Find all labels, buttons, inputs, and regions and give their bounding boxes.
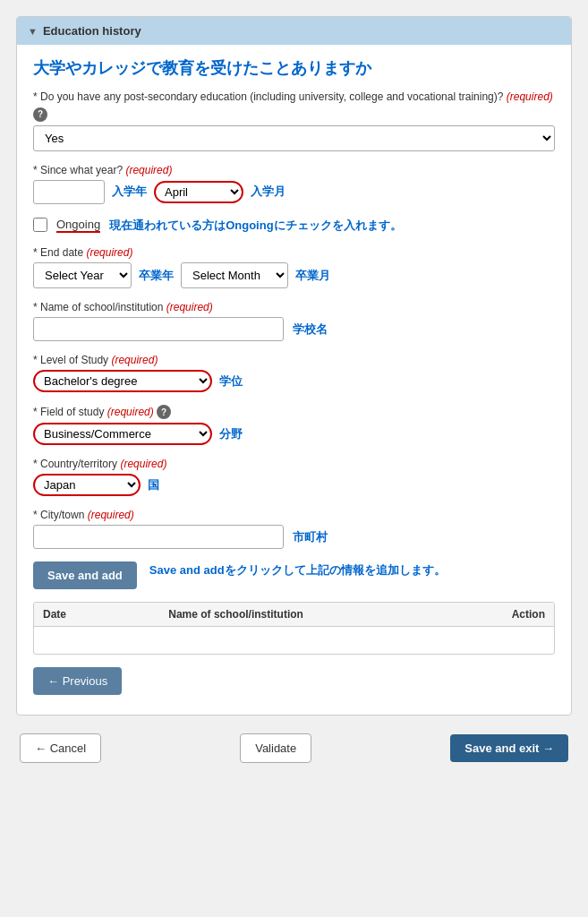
- education-table: Date Name of school/institution Action: [33, 602, 555, 655]
- since-year-label: * Since what year? (required): [33, 164, 555, 176]
- section-title: Education history: [43, 24, 141, 38]
- country-annotation: 国: [148, 476, 159, 494]
- bottom-bar: Cancel Validate Save and exit: [16, 726, 572, 770]
- country-row: Japan Canada United States Other 国: [33, 474, 555, 496]
- school-name-row: Tokyo University 学校名: [33, 317, 555, 341]
- ongoing-annotation: 現在通われている方はOngoingにチェックを入れます。: [109, 217, 401, 235]
- city-label: * City/town (required): [33, 509, 555, 521]
- level-of-study-required: (required): [111, 354, 158, 366]
- end-date-field: * End date (required) Select Year 卒業年 Se…: [33, 246, 555, 288]
- school-name-label: * Name of school/institution (required): [33, 301, 555, 313]
- level-of-study-label: * Level of Study (required): [33, 354, 555, 366]
- ongoing-row: Ongoing 現在通われている方はOngoingにチェックを入れます。: [33, 217, 555, 235]
- field-of-study-help-icon[interactable]: ?: [157, 405, 171, 419]
- previous-row: Previous: [33, 667, 555, 695]
- end-date-label: * End date (required): [33, 246, 555, 259]
- post-secondary-select[interactable]: Yes No: [33, 125, 555, 151]
- section-arrow: ▼: [28, 26, 38, 37]
- since-month-select[interactable]: April JanuaryFebruaryMarch MayJuneJulyAu…: [154, 181, 243, 203]
- since-year-required: (required): [125, 164, 172, 176]
- country-required: (required): [120, 458, 166, 470]
- post-secondary-label: * Do you have any post-secondary educati…: [33, 90, 555, 103]
- field-of-study-required: (required): [107, 406, 154, 418]
- section-header: ▼ Education history: [17, 17, 571, 45]
- ongoing-checkbox[interactable]: [33, 218, 47, 232]
- since-month-annotation: 入学月: [251, 183, 285, 201]
- save-add-row: Save and add Save and addをクリックして上記の情報を追加…: [33, 561, 555, 589]
- end-year-select[interactable]: Select Year: [33, 262, 132, 288]
- field-of-study-field: * Field of study (required) ? Business/C…: [33, 405, 555, 445]
- ongoing-field: Ongoing 現在通われている方はOngoingにチェックを入れます。: [33, 217, 555, 235]
- post-secondary-help-icon[interactable]: ?: [33, 107, 47, 122]
- level-of-study-select[interactable]: Bachelor's degree Master's degree Doctor…: [33, 370, 212, 392]
- level-of-study-field: * Level of Study (required) Bachelor's d…: [33, 354, 555, 392]
- field-of-study-select[interactable]: Business/Commerce Science Arts Engineeri…: [33, 423, 212, 445]
- since-year-annotation: 入学年: [112, 183, 147, 201]
- country-field: * Country/territory (required) Japan Can…: [33, 458, 555, 496]
- field-of-study-label: * Field of study (required) ?: [33, 405, 555, 419]
- school-name-required: (required): [166, 301, 213, 313]
- city-annotation: 市町村: [293, 528, 328, 546]
- end-month-select[interactable]: Select Month: [181, 262, 288, 288]
- table-col-date: Date: [43, 608, 168, 621]
- city-row: Tokyo 市町村: [33, 525, 555, 549]
- section-body: 大学やカレッジで教育を受けたことありますか * Do you have any …: [17, 45, 571, 715]
- japanese-heading: 大学やカレッジで教育を受けたことありますか: [33, 57, 555, 80]
- end-date-row: Select Year 卒業年 Select Month 卒業月: [33, 262, 555, 288]
- cancel-button[interactable]: Cancel: [20, 733, 101, 763]
- main-card: ▼ Education history 大学やカレッジで教育を受けたことあります…: [16, 16, 572, 716]
- country-select[interactable]: Japan Canada United States Other: [33, 474, 141, 496]
- level-of-study-row: Bachelor's degree Master's degree Doctor…: [33, 370, 555, 392]
- city-input[interactable]: Tokyo: [33, 525, 284, 549]
- school-name-annotation: 学校名: [293, 321, 328, 339]
- school-name-field: * Name of school/institution (required) …: [33, 301, 555, 341]
- table-col-school: Name of school/institution: [168, 608, 420, 621]
- level-of-study-annotation: 学位: [219, 373, 243, 390]
- ongoing-label: Ongoing: [56, 218, 100, 233]
- save-add-button[interactable]: Save and add: [33, 561, 137, 589]
- school-name-input[interactable]: Tokyo University: [33, 317, 284, 341]
- post-secondary-field: * Do you have any post-secondary educati…: [33, 90, 555, 151]
- save-exit-button[interactable]: Save and exit: [450, 734, 568, 762]
- country-label: * Country/territory (required): [33, 458, 555, 470]
- since-row: 2018 入学年 April JanuaryFebruaryMarch MayJ…: [33, 180, 555, 204]
- end-date-required: (required): [86, 246, 132, 259]
- end-month-annotation: 卒業月: [295, 267, 330, 285]
- validate-button[interactable]: Validate: [240, 733, 311, 763]
- save-add-annotation: Save and addをクリックして上記の情報を追加します。: [149, 561, 446, 579]
- end-year-annotation: 卒業年: [139, 267, 174, 285]
- previous-button[interactable]: Previous: [33, 667, 122, 695]
- table-body: [34, 627, 554, 654]
- table-col-action: Action: [420, 608, 545, 621]
- since-field: * Since what year? (required) 2018 入学年 A…: [33, 164, 555, 204]
- post-secondary-required: (required): [507, 90, 553, 103]
- field-of-study-annotation: 分野: [219, 425, 243, 443]
- field-of-study-row: Business/Commerce Science Arts Engineeri…: [33, 423, 555, 445]
- city-required: (required): [88, 509, 134, 521]
- page-wrapper: ▼ Education history 大学やカレッジで教育を受けたことあります…: [9, 9, 579, 777]
- city-field: * City/town (required) Tokyo 市町村: [33, 509, 555, 549]
- table-header: Date Name of school/institution Action: [34, 603, 554, 627]
- since-year-input[interactable]: 2018: [33, 180, 105, 204]
